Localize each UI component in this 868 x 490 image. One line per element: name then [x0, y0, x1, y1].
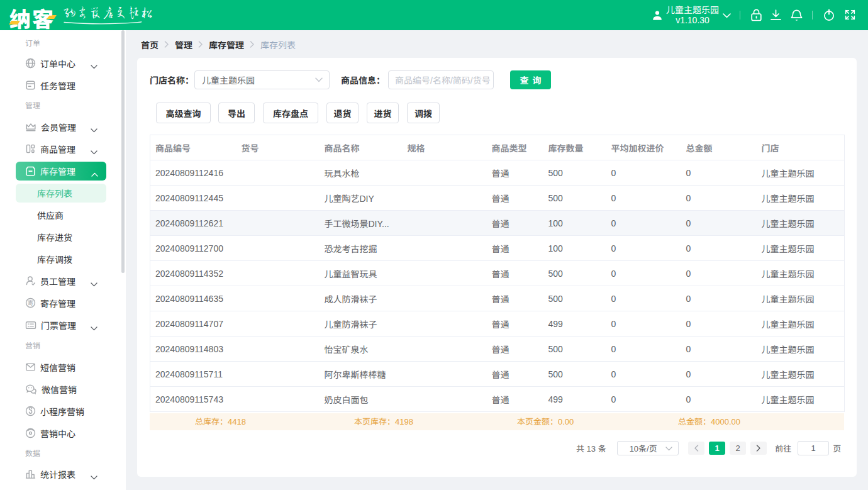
svg-text:寄: 寄 — [28, 298, 33, 307]
